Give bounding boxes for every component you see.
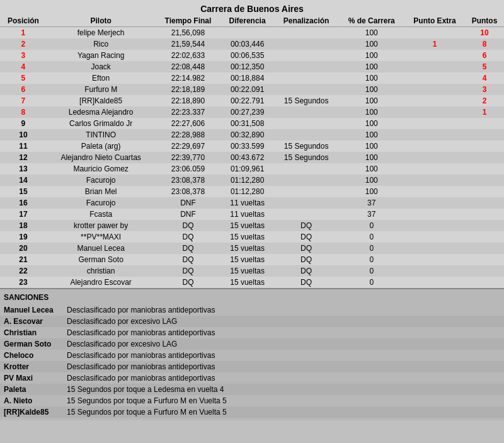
cell-difference: 15 vueltas: [221, 265, 274, 277]
cell-pct: 37: [338, 209, 404, 220]
sanctions-row: German Soto Desclasificado por excesivo …: [0, 338, 504, 350]
cell-pct: 100: [338, 84, 404, 95]
sanction-name: Manuel Lecea: [0, 304, 63, 316]
cell-extra: [404, 95, 465, 106]
cell-points: 6: [465, 50, 504, 61]
cell-pct: 37: [338, 197, 404, 209]
cell-pct: 0: [338, 231, 404, 243]
sanctions-row: A. Nieto 15 Segundos por toque a Furfuro…: [0, 395, 504, 406]
cell-difference: 00:43.672: [221, 152, 274, 163]
header-pilot: Piloto: [47, 15, 155, 27]
cell-position: 15: [0, 186, 47, 197]
cell-pct: 100: [338, 152, 404, 163]
header-position: Posición: [0, 15, 47, 27]
sanction-reason: 15 Segundos por toque a Furfuro M en Vue…: [63, 406, 504, 418]
cell-penalty: [274, 209, 339, 220]
sanction-name: German Soto: [0, 338, 63, 350]
cell-penalty: [274, 106, 339, 118]
cell-extra: [404, 197, 465, 209]
table-row: 9 Carlos Grimaldo Jr 22:27,606 00:31,508…: [0, 118, 504, 129]
cell-difference: 01:12,280: [221, 175, 274, 186]
cell-penalty: [274, 186, 339, 197]
sanctions-section: SANCIONES Manuel Lecea Desclasificado po…: [0, 288, 504, 420]
cell-points: [465, 118, 504, 129]
cell-position: 19: [0, 231, 47, 243]
table-row: 5 Efton 22:14.982 00:18,884 100 4: [0, 72, 504, 84]
cell-points: [465, 141, 504, 152]
cell-extra: [404, 243, 465, 254]
cell-difference: 00:22.791: [221, 95, 274, 106]
sanction-reason: Desclasificado por maniobras antideporti…: [63, 361, 504, 372]
cell-points: 1: [465, 106, 504, 118]
cell-pilot: Brian Mel: [47, 186, 155, 197]
results-table: Posición Piloto Tiempo Final Diferencia …: [0, 15, 504, 288]
cell-pilot: Yagan Racing: [47, 50, 155, 61]
cell-pilot: Manuel Lecea: [47, 243, 155, 254]
cell-final-time: 22:39,770: [155, 152, 220, 163]
cell-extra: [404, 118, 465, 129]
cell-position: 6: [0, 84, 47, 95]
table-row: 13 Mauricio Gomez 23:06.059 01:09,961 10…: [0, 163, 504, 175]
cell-extra: 1: [404, 38, 465, 50]
cell-difference: 00:12,350: [221, 61, 274, 72]
cell-final-time: 22:23.337: [155, 106, 220, 118]
sanction-reason: Desclasificado por maniobras antideporti…: [63, 350, 504, 361]
cell-difference: 11 vueltas: [221, 209, 274, 220]
cell-pilot: Joack: [47, 61, 155, 72]
cell-difference: 00:27,239: [221, 106, 274, 118]
table-header-row: Posición Piloto Tiempo Final Diferencia …: [0, 15, 504, 27]
cell-difference: 00:31,508: [221, 118, 274, 129]
cell-pct: 0: [338, 254, 404, 265]
cell-position: 8: [0, 106, 47, 118]
cell-points: 2: [465, 95, 504, 106]
cell-difference: 00:32,890: [221, 129, 274, 141]
cell-position: 23: [0, 277, 47, 288]
cell-final-time: 22:02,633: [155, 50, 220, 61]
cell-pilot: felipe Merjech: [47, 27, 155, 39]
cell-extra: [404, 50, 465, 61]
cell-pilot: krotter pawer by: [47, 220, 155, 231]
cell-penalty: [274, 175, 339, 186]
cell-final-time: 22:08,448: [155, 61, 220, 72]
cell-points: [465, 197, 504, 209]
cell-pilot: German Soto: [47, 254, 155, 265]
cell-final-time: 22:18,189: [155, 84, 220, 95]
cell-points: 5: [465, 61, 504, 72]
cell-pct: 100: [338, 61, 404, 72]
cell-difference: 11 vueltas: [221, 197, 274, 209]
cell-extra: [404, 209, 465, 220]
table-row: 16 Facurojo DNF 11 vueltas 37: [0, 197, 504, 209]
cell-pilot: Facurojo: [47, 175, 155, 186]
cell-position: 12: [0, 152, 47, 163]
table-row: 21 German Soto DQ 15 vueltas DQ 0: [0, 254, 504, 265]
cell-extra: [404, 84, 465, 95]
cell-pct: 100: [338, 141, 404, 152]
cell-points: 8: [465, 38, 504, 50]
header-difference: Diferencia: [221, 15, 274, 27]
cell-final-time: 22:18,890: [155, 95, 220, 106]
table-row: 11 Paleta (arg) 22:29,697 00:33.599 15 S…: [0, 141, 504, 152]
cell-difference: [221, 27, 274, 39]
cell-points: [465, 277, 504, 288]
cell-position: 10: [0, 129, 47, 141]
cell-pilot: Carlos Grimaldo Jr: [47, 118, 155, 129]
cell-points: [465, 254, 504, 265]
cell-extra: [404, 141, 465, 152]
cell-pct: 100: [338, 50, 404, 61]
cell-pilot: Fcasta: [47, 209, 155, 220]
table-row: 1 felipe Merjech 21,56,098 100 10: [0, 27, 504, 39]
cell-extra: [404, 186, 465, 197]
sanction-name: A. Escovar: [0, 316, 63, 327]
sanctions-table: Manuel Lecea Desclasificado por maniobra…: [0, 304, 504, 418]
cell-penalty: 15 Segundos: [274, 152, 339, 163]
cell-difference: 00:06,535: [221, 50, 274, 61]
cell-pilot: Paleta (arg): [47, 141, 155, 152]
cell-position: 11: [0, 141, 47, 152]
sanctions-row: Manuel Lecea Desclasificado por maniobra…: [0, 304, 504, 316]
header-penalty: Penalización: [274, 15, 339, 27]
sanction-reason: Desclasificado por maniobras antideporti…: [63, 327, 504, 338]
cell-pct: 0: [338, 265, 404, 277]
table-row: 3 Yagan Racing 22:02,633 00:06,535 100 6: [0, 50, 504, 61]
header-extra-point: Punto Extra: [404, 15, 465, 27]
cell-extra: [404, 231, 465, 243]
